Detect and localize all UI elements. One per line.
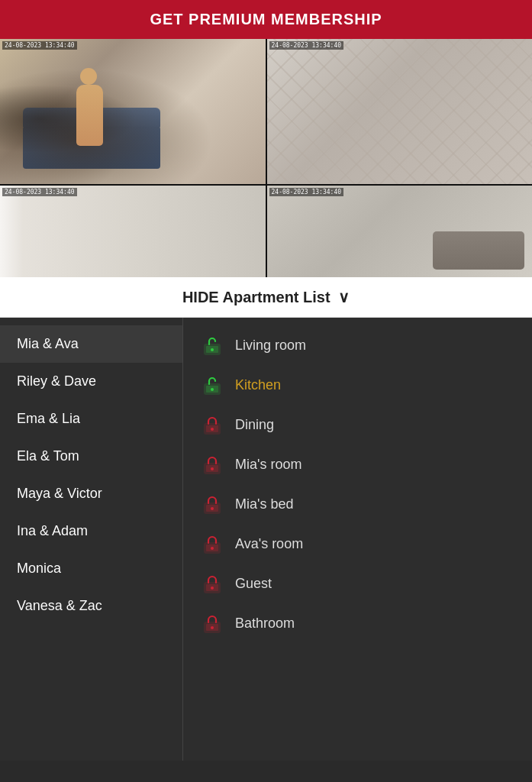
room-label-living-room: Living room (235, 338, 306, 354)
room-item-bathroom[interactable]: Bathroom (183, 603, 532, 643)
room-label-dining: Dining (235, 417, 274, 433)
apartment-item-monica[interactable]: Monica (0, 550, 182, 587)
lock-closed-icon (202, 493, 223, 515)
premium-banner-label: GET PREMIUM MEMBERSHIP (150, 11, 382, 27)
camera-cell-4[interactable]: 24-08-2023 13:34:40 (267, 186, 533, 277)
camera-cell-2[interactable]: 24-08-2023 13:34:40 (267, 39, 533, 184)
figure-decoration (76, 85, 103, 146)
room-item-dining[interactable]: Dining (183, 405, 532, 444)
apartment-list-toggle[interactable]: HIDE Apartment List ∨ (0, 277, 532, 318)
apartment-item-ina-adam[interactable]: Ina & Adam (0, 512, 182, 550)
apartment-item-mia-ava[interactable]: Mia & Ava (0, 325, 182, 363)
sofa4-decoration (433, 231, 524, 270)
svg-point-14 (211, 507, 214, 510)
room-item-living-room[interactable]: Living room (183, 325, 532, 365)
apartment-item-ema-lia[interactable]: Ema & Lia (0, 400, 182, 438)
lock-closed-icon (202, 454, 223, 475)
lock-closed-icon (202, 533, 223, 554)
room-item-kitchen[interactable]: Kitchen (183, 365, 532, 405)
lock-closed-icon (202, 573, 223, 594)
camera-timestamp-1: 24-08-2023 13:34:40 (2, 41, 77, 50)
chevron-down-icon: ∨ (338, 289, 350, 305)
room-item-mias-bed[interactable]: Mia's bed (183, 484, 532, 524)
camera-cell-3[interactable]: 24-08-2023 13:34:40 (0, 186, 266, 277)
apartment-item-riley-dave[interactable]: Riley & Dave (0, 363, 182, 400)
svg-point-5 (211, 388, 214, 391)
apartment-list-header-label: HIDE Apartment List (182, 289, 330, 305)
room-label-guest: Guest (235, 576, 272, 592)
lock-closed-icon (202, 414, 223, 435)
room-label-bathroom: Bathroom (235, 616, 295, 632)
svg-point-23 (211, 626, 214, 629)
svg-point-11 (211, 467, 214, 470)
camera-grid: 24-08-2023 13:34:40 24-08-2023 13:34:40 … (0, 39, 532, 277)
apartment-names-panel: Mia & AvaRiley & DaveEma & LiaEla & TomM… (0, 318, 183, 761)
lock-open-icon (202, 374, 223, 396)
camera-cell-1[interactable]: 24-08-2023 13:34:40 (0, 39, 266, 184)
room-item-guest[interactable]: Guest (183, 564, 532, 603)
room-item-mias-room[interactable]: Mia's room (183, 444, 532, 484)
list-area: Mia & AvaRiley & DaveEma & LiaEla & TomM… (0, 318, 532, 761)
camera-timestamp-3: 24-08-2023 13:34:40 (2, 188, 77, 196)
lock-open-icon (202, 334, 223, 356)
room-label-kitchen: Kitchen (235, 377, 281, 393)
premium-banner[interactable]: GET PREMIUM MEMBERSHIP (0, 0, 532, 39)
room-label-avas-room: Ava's room (235, 536, 303, 552)
svg-point-8 (211, 428, 214, 431)
svg-point-17 (211, 547, 214, 550)
apartment-item-maya-victor[interactable]: Maya & Victor (0, 475, 182, 512)
room-list-panel: Living room Kitchen Dining Mia's room Mi… (183, 318, 532, 761)
camera-timestamp-2: 24-08-2023 13:34:40 (269, 41, 344, 50)
room-item-avas-room[interactable]: Ava's room (183, 524, 532, 564)
apartment-item-vanesa-zac[interactable]: Vanesa & Zac (0, 587, 182, 625)
apartment-item-ela-tom[interactable]: Ela & Tom (0, 438, 182, 475)
lock-closed-icon (202, 612, 223, 634)
svg-point-2 (211, 348, 214, 351)
room-label-mias-bed: Mia's bed (235, 496, 293, 512)
svg-point-20 (211, 586, 214, 590)
camera-timestamp-4: 24-08-2023 13:34:40 (269, 188, 344, 196)
room-label-mias-room: Mia's room (235, 457, 301, 473)
